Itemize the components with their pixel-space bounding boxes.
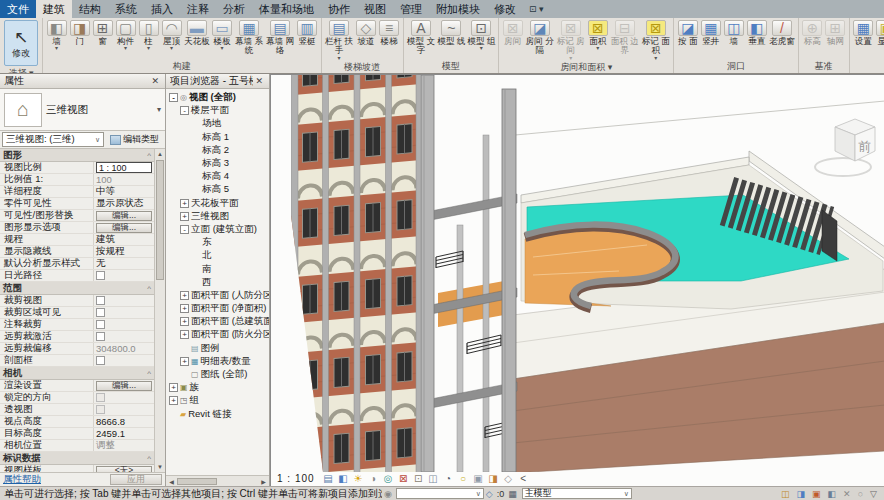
tree-item[interactable]: +面积平面 (总建筑面积): [166, 315, 269, 328]
stair-button[interactable]: ≡楼梯: [378, 19, 401, 46]
properties-help-link[interactable]: 属性帮助: [3, 473, 41, 486]
browser-hscrollbar[interactable]: ◀ ▶: [166, 475, 269, 486]
room-separator-button[interactable]: ◪房间 分隔: [524, 19, 555, 56]
chevron-down-icon[interactable]: ▾: [220, 46, 223, 51]
shadows-icon[interactable]: ◑: [367, 472, 380, 485]
expand-icon[interactable]: +: [180, 291, 189, 300]
tree-item[interactable]: 标高 4: [166, 170, 269, 183]
section-header[interactable]: 图形^: [0, 149, 154, 162]
tree-item[interactable]: ▤图例: [166, 342, 269, 355]
chevron-down-icon[interactable]: ▾: [569, 56, 572, 61]
vertical-opening-button[interactable]: ◧垂直: [745, 19, 768, 46]
tree-item[interactable]: 东: [166, 236, 269, 249]
tree-item[interactable]: -◎视图 (全部): [166, 91, 269, 104]
expand-icon[interactable]: +: [169, 383, 178, 392]
design-option-select[interactable]: 主模型 ∨: [522, 488, 632, 499]
tree-item[interactable]: ▰Revit 链接: [166, 408, 269, 421]
tree-item[interactable]: 标高 3: [166, 157, 269, 170]
drawing-area[interactable]: 前 1 : 100 ▤◧☀◑◎⊠⊡◫◔○▣◨◇<: [270, 74, 884, 486]
tree-item[interactable]: ▢图纸 (全部): [166, 368, 269, 381]
close-icon[interactable]: ✕: [253, 76, 265, 86]
property-value[interactable]: 中等: [94, 186, 154, 197]
temporary-hide-isolate-icon[interactable]: ◔: [442, 472, 455, 485]
tab-11[interactable]: 管理: [393, 0, 429, 18]
tab-12[interactable]: 附加模块: [429, 0, 487, 18]
dormer-opening-button[interactable]: /老虎窗: [768, 19, 796, 46]
tree-item[interactable]: 南: [166, 262, 269, 275]
model-text-button[interactable]: A模型 文字: [406, 19, 437, 56]
floor-button[interactable]: ▭楼板▾: [211, 19, 234, 51]
tag-area-button[interactable]: ⊠标记 面积▾: [640, 19, 671, 61]
rendering-dialog-icon[interactable]: ◎: [382, 472, 395, 485]
curtain-grid-button[interactable]: ▤幕墙 网络: [265, 19, 296, 56]
tree-item[interactable]: -楼层平面: [166, 104, 269, 117]
scrollbar-thumb[interactable]: [156, 160, 164, 280]
properties-title-bar[interactable]: 属性 ✕: [0, 74, 165, 89]
property-value[interactable]: 显示原状态: [94, 198, 154, 209]
model-line-button[interactable]: ~模型 线: [437, 19, 467, 46]
viewcube-front-face[interactable]: 前: [858, 139, 871, 154]
view-scale-input[interactable]: 1 : 100: [96, 162, 152, 173]
window-button[interactable]: ⊞窗: [91, 19, 114, 46]
select-underlay-toggle-icon[interactable]: ○: [856, 489, 865, 499]
section-header[interactable]: 标识数据^: [0, 452, 154, 465]
tree-item[interactable]: +三维视图: [166, 210, 269, 223]
tree-item[interactable]: 标高 2: [166, 144, 269, 157]
checkbox[interactable]: [96, 332, 105, 341]
property-value[interactable]: 2459.1: [94, 428, 154, 439]
ribbon-display-toggle[interactable]: ⊡ ▾: [523, 0, 550, 18]
reveal-hidden-elements-icon[interactable]: ○: [457, 472, 470, 485]
press-drag-icon[interactable]: ◉: [382, 489, 394, 499]
sun-path-icon[interactable]: ☀: [352, 472, 365, 485]
section-header[interactable]: 范围^: [0, 282, 154, 295]
tree-item[interactable]: -立面 (建筑立面): [166, 223, 269, 236]
column-button[interactable]: ▯柱▾: [137, 19, 160, 51]
edit-type-button[interactable]: 编辑类型: [106, 132, 163, 147]
expand-icon[interactable]: +: [180, 212, 189, 221]
ceiling-button[interactable]: ▬天花板: [183, 19, 211, 46]
checkbox[interactable]: [96, 308, 105, 317]
expand-icon[interactable]: +: [180, 357, 189, 366]
editing-requests-icon[interactable]: ◫: [779, 489, 792, 499]
chevron-down-icon[interactable]: ▾: [153, 105, 165, 114]
scroll-up-icon[interactable]: ▲: [155, 149, 165, 159]
chevron-down-icon[interactable]: ▾: [124, 46, 127, 51]
chevron-down-icon[interactable]: ▾: [147, 46, 150, 51]
tree-item[interactable]: 标高 5: [166, 183, 269, 196]
tab-7[interactable]: 分析: [216, 0, 252, 18]
type-selector[interactable]: ⌂ 三维视图 ▾: [0, 89, 165, 131]
property-value[interactable]: 8666.8: [94, 416, 154, 427]
scroll-right-icon[interactable]: ▶: [258, 478, 269, 485]
opening-by-face-button[interactable]: ◪按 面: [676, 19, 699, 46]
expand-icon[interactable]: +: [180, 199, 189, 208]
tab-6[interactable]: 注释: [180, 0, 216, 18]
properties-scrollbar[interactable]: ▲ ▼: [154, 149, 165, 472]
wall-opening-button[interactable]: ◫墙: [722, 19, 745, 46]
tab-5[interactable]: 插入: [144, 0, 180, 18]
door-button[interactable]: ◨门: [68, 19, 91, 46]
curtain-system-button[interactable]: ▦幕墙 系统: [234, 19, 265, 56]
tree-item[interactable]: +面积平面 (防火分区面积): [166, 328, 269, 341]
tab-13[interactable]: 修改: [487, 0, 523, 18]
worksets-icon[interactable]: ◨: [795, 489, 808, 499]
shaft-opening-button[interactable]: ▦竖井: [699, 19, 722, 46]
tab-8[interactable]: 体量和场地: [252, 0, 321, 18]
modify-button[interactable]: ↖修改: [4, 20, 38, 66]
displaced-elements-icon[interactable]: ◇: [502, 472, 515, 485]
worksharing-display-icon[interactable]: ▣: [472, 472, 485, 485]
instance-selector[interactable]: 三维视图: (三维) ∨: [2, 132, 104, 147]
collapse-icon[interactable]: -: [180, 106, 189, 115]
select-pinned-toggle-icon[interactable]: ✕: [841, 489, 853, 499]
section-header[interactable]: 相机^: [0, 367, 154, 380]
worksharing-panel-icon[interactable]: ▦: [506, 489, 519, 499]
chevron-down-icon[interactable]: ▾: [55, 46, 58, 51]
tree-item[interactable]: 标高 1: [166, 131, 269, 144]
unsaved-changes-icon[interactable]: ▣: [810, 489, 823, 499]
collapse-icon[interactable]: -: [169, 93, 178, 102]
tree-item[interactable]: +▣族: [166, 381, 269, 394]
project-browser-title-bar[interactable]: 项目浏览器 - 五号楼.终稿 ✕: [166, 74, 269, 89]
checkbox[interactable]: [96, 296, 105, 305]
selection-filter-icon[interactable]: ▽: [868, 489, 879, 499]
tree-item[interactable]: +天花板平面: [166, 197, 269, 210]
expand-icon[interactable]: +: [169, 396, 178, 405]
